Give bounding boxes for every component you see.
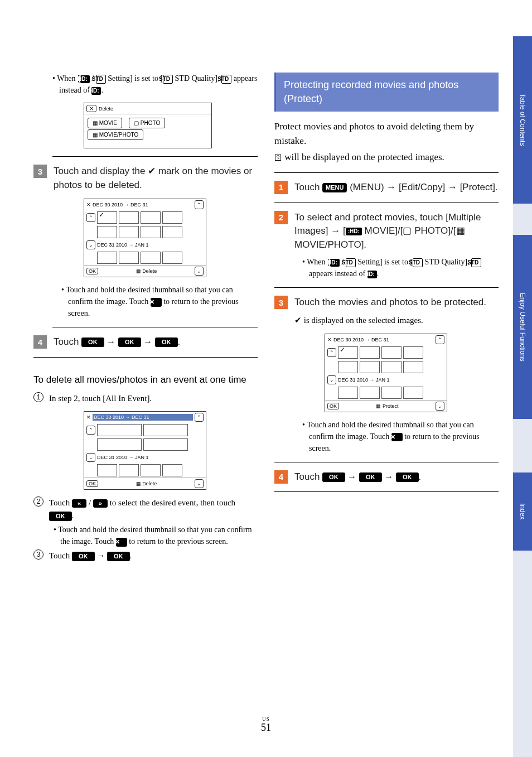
- thumbnail[interactable]: [97, 211, 117, 224]
- tab-toc[interactable]: Table of Contents: [513, 36, 532, 204]
- movie-tab[interactable]: ▦ MOVIE: [88, 118, 122, 128]
- date-range: DEC 30 2010 → DEC 31: [333, 337, 434, 343]
- date-range: DEC 31 2010 → JAN 1: [97, 455, 204, 460]
- thumbnail[interactable]: [141, 211, 161, 224]
- step-3-text: Touch and display the ✔ mark on the movi…: [54, 165, 258, 192]
- protect-intro-2: ⚿ will be displayed on the protected ima…: [274, 150, 499, 165]
- thumbnail[interactable]: [338, 346, 358, 359]
- step-2-note: When [HD / STD Setting] is set to [STD S…: [274, 256, 499, 279]
- circled-2-text: Touch « / » to select the desired event,…: [49, 496, 258, 522]
- thumbnail[interactable]: [381, 387, 402, 399]
- std-icon: STD: [471, 258, 481, 267]
- thumbnail[interactable]: [119, 226, 139, 238]
- thumbnail[interactable]: [141, 464, 161, 476]
- std-icon: STD: [163, 75, 173, 84]
- hd-icon: HD: [346, 228, 362, 235]
- thumbnail[interactable]: [162, 252, 182, 264]
- step-2: 2 To select and protect movies, touch [M…: [274, 211, 499, 252]
- thumbnail[interactable]: [143, 424, 188, 436]
- divider: [274, 172, 499, 173]
- step-number-2: 2: [274, 211, 288, 224]
- thumbnail-screen-1: ✕DEC 30 2010 → DEC 31⌃ ⌃ ⌄DEC 31 2010 → …: [84, 199, 206, 277]
- thumbnail[interactable]: [143, 438, 188, 451]
- section-heading: Protecting recorded movies and photos (P…: [274, 73, 499, 112]
- date-range: DEC 30 2010 → DEC 31: [93, 202, 193, 208]
- close-icon[interactable]: ✕: [327, 337, 332, 343]
- left-column: When [HD / STD Setting] is set to [STD S…: [33, 73, 258, 565]
- page-down-icon[interactable]: ⌄: [86, 240, 95, 249]
- thumbnail[interactable]: [97, 252, 117, 264]
- scroll-down-icon[interactable]: ⌄: [195, 267, 204, 276]
- std-icon: STD: [346, 258, 356, 267]
- circled-1-text: In step 2, touch [All In Event].: [49, 392, 258, 405]
- divider: [274, 202, 499, 203]
- thumbnail[interactable]: [119, 464, 139, 476]
- step-number-1: 1: [274, 181, 288, 194]
- circled-num-3: 3: [33, 549, 43, 560]
- circled-step-2: 2 Touch « / » to select the desired even…: [33, 496, 258, 522]
- page-number: US 51: [0, 716, 532, 734]
- page-up-icon[interactable]: ⌃: [86, 426, 95, 435]
- thumbnail[interactable]: [97, 424, 142, 436]
- thumbnail[interactable]: [338, 361, 358, 373]
- thumbnail[interactable]: [381, 346, 402, 359]
- step-2-text: To select and protect movies, touch [Mul…: [294, 211, 499, 252]
- step-3-sub: ✔ is displayed on the selected images.: [274, 314, 499, 327]
- thumbnail[interactable]: [97, 438, 142, 451]
- date-range: DEC 31 2010 → JAN 1: [338, 377, 444, 383]
- close-icon[interactable]: ✕: [86, 414, 91, 420]
- scroll-down-icon[interactable]: ⌄: [195, 479, 204, 488]
- date-range: DEC 30 2010 → DEC 31: [93, 414, 193, 421]
- page-up-icon[interactable]: ⌃: [327, 348, 336, 357]
- step-4-text: Touch OK → OK → OK.: [294, 470, 499, 484]
- thumbnail[interactable]: [360, 387, 380, 399]
- thumbnail[interactable]: [403, 361, 423, 373]
- step-1-text: Touch MENU (MENU) → [Edit/Copy] → [Prote…: [294, 181, 499, 195]
- scroll-up-icon[interactable]: ⌃: [195, 413, 204, 422]
- thumbnail[interactable]: [360, 361, 380, 373]
- hd-icon: HD: [330, 259, 340, 267]
- step-number-4: 4: [274, 470, 288, 484]
- page-up-icon[interactable]: ⌃: [86, 213, 95, 222]
- close-icon[interactable]: ✕: [86, 105, 96, 112]
- ok-icon: OK: [322, 472, 345, 482]
- thumbnail[interactable]: [162, 464, 182, 476]
- page-down-icon[interactable]: ⌄: [327, 375, 336, 384]
- thumbnail[interactable]: [403, 387, 423, 399]
- thumbnail[interactable]: [119, 211, 139, 224]
- thumbnail[interactable]: [381, 361, 402, 373]
- thumbnail[interactable]: [119, 252, 139, 264]
- divider: [274, 462, 499, 462]
- thumbnail[interactable]: [97, 464, 117, 476]
- ok-icon: OK: [107, 552, 130, 561]
- std-icon: STD: [96, 75, 106, 84]
- circled-num-2: 2: [33, 496, 43, 507]
- close-icon[interactable]: ✕: [86, 202, 91, 208]
- footer-label: ▦ Delete: [136, 268, 157, 274]
- std-icon: STD: [413, 258, 423, 267]
- thumbnail[interactable]: [338, 387, 358, 399]
- thumbnail[interactable]: [162, 211, 182, 224]
- tab-index[interactable]: Index: [513, 472, 532, 551]
- footer-label: ▦ Protect: [376, 403, 398, 409]
- key-icon: ⚿: [274, 152, 282, 163]
- ok-button[interactable]: OK: [86, 268, 98, 274]
- ok-button[interactable]: OK: [327, 403, 339, 409]
- moviephoto-tab[interactable]: ▦ MOVIE/PHOTO: [88, 129, 143, 140]
- screen-title: Delete: [99, 106, 113, 112]
- scroll-down-icon[interactable]: ⌄: [436, 402, 444, 411]
- thumbnail[interactable]: [360, 346, 380, 359]
- thumbnail[interactable]: [403, 346, 423, 359]
- tab-useful[interactable]: Enjoy Useful Functions: [513, 235, 532, 419]
- scroll-up-icon[interactable]: ⌃: [436, 335, 444, 344]
- ok-icon: OK: [81, 337, 104, 347]
- thumbnail[interactable]: [97, 226, 117, 238]
- scroll-up-icon[interactable]: ⌃: [195, 200, 204, 209]
- thumbnail[interactable]: [141, 226, 161, 238]
- ok-button[interactable]: OK: [86, 480, 98, 487]
- thumbnail[interactable]: [162, 226, 182, 238]
- thumbnail[interactable]: [141, 252, 161, 264]
- page-down-icon[interactable]: ⌄: [86, 453, 95, 462]
- menu-icon: MENU: [322, 183, 347, 192]
- photo-tab[interactable]: ▢ PHOTO: [129, 118, 165, 128]
